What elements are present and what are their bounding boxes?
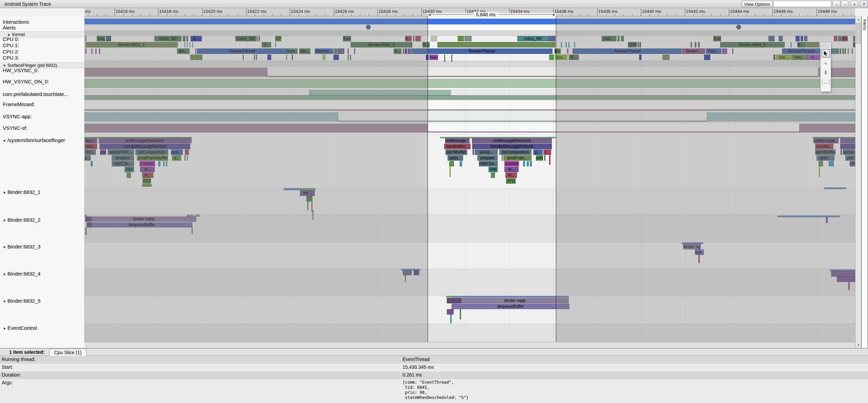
trace-slice-sliver[interactable] — [663, 55, 670, 60]
trace-slice-sliver[interactable] — [639, 55, 642, 60]
trace-slice-sliver[interactable] — [848, 282, 850, 290]
trace-slice-sliver[interactable] — [259, 36, 260, 41]
trace-slice[interactable]: onMessage... — [445, 138, 470, 143]
trace-slice-sliver[interactable] — [451, 55, 452, 62]
trace-track-area[interactable]: Evemdss_fb0B...mdss_fb0GPEveB...mdss_fb0… — [85, 16, 855, 342]
trace-slice[interactable]: HWCSe... — [479, 161, 498, 166]
trace-slice-sliver[interactable] — [183, 36, 186, 41]
trace-slice[interactable]: que... — [695, 249, 704, 255]
trace-slice-sliver[interactable] — [502, 155, 503, 161]
trace-slice[interactable]: binder reply — [461, 298, 569, 303]
track-label-hw-vsync-on-0-[interactable]: HW_VSYNC_ON_0: — [0, 78, 85, 86]
trace-slice-sliver[interactable] — [446, 296, 454, 298]
trace-slice-sliver[interactable] — [403, 48, 404, 54]
trace-slice-sliver[interactable] — [431, 36, 437, 41]
trace-slice[interactable]: HW — [850, 161, 855, 166]
scroll-down-icon[interactable]: ▼ — [855, 342, 861, 348]
trace-slice[interactable]: p... — [85, 155, 91, 161]
trace-slice[interactable]: prepare — [112, 155, 134, 161]
trace-slice[interactable]: onMessage... — [813, 138, 839, 143]
trace-slice[interactable]: H... — [142, 173, 153, 178]
track-label-framemissed-[interactable]: FrameMissed: — [0, 101, 85, 108]
alert-dot[interactable] — [736, 25, 741, 29]
trace-slice-sliver[interactable] — [698, 255, 700, 263]
trace-slice-sliver[interactable] — [87, 222, 91, 227]
track-label-eventcontrol[interactable]: ▼EventControl — [0, 325, 85, 332]
alerts-side-rail[interactable]: Alerts — [861, 16, 868, 348]
trace-slice-sliver[interactable] — [99, 48, 100, 54]
trace-slice-sliver[interactable] — [732, 48, 733, 54]
trace-slice-sliver[interactable] — [142, 184, 152, 187]
trace-slice-sliver[interactable] — [185, 155, 186, 161]
trace-slice-sliver[interactable] — [334, 48, 337, 54]
expand-arrow-icon[interactable]: ▼ — [3, 217, 7, 224]
trace-slice-sliver[interactable] — [561, 42, 562, 47]
trace-slice[interactable]: pos... — [171, 149, 183, 155]
trace-slice-sliver[interactable] — [309, 90, 451, 95]
vertical-scrollbar-thumb[interactable] — [856, 23, 861, 43]
trace-slice-sliver[interactable] — [267, 76, 855, 77]
trace-slice-sliver[interactable] — [621, 36, 624, 41]
trace-slice-sliver[interactable] — [85, 113, 338, 121]
trace-slice[interactable]: mdss_fb0 — [235, 36, 257, 41]
trace-slice[interactable]: p... — [533, 149, 543, 155]
trace-slice[interactable]: SDM — [628, 42, 637, 47]
trace-slice[interactable]: handleMessageRefresh — [472, 144, 552, 149]
trace-slice[interactable]: B... — [422, 42, 430, 47]
trace-slice-sliver[interactable] — [444, 55, 445, 62]
trace-slice[interactable]: binder reply — [683, 244, 701, 249]
trace-slice-sliver[interactable] — [826, 217, 828, 223]
track-label-hw-vsync-0-[interactable]: HW_VSYNC_0: — [0, 67, 85, 75]
trace-slice-sliver[interactable] — [333, 55, 339, 60]
trace-slice-sliver[interactable] — [566, 42, 567, 47]
trace-slice-sliver[interactable] — [549, 55, 554, 60]
trace-slice-sliver[interactable] — [106, 36, 111, 41]
trace-slice-sliver[interactable] — [413, 36, 414, 41]
trace-slice-sliver[interactable] — [698, 42, 700, 47]
trace-slice[interactable]: Binder:9564_3 — [351, 42, 412, 47]
track-label-binder-6832-2[interactable]: ▼Binder:6832_2 — [0, 217, 85, 224]
trace-slice-sliver[interactable] — [840, 144, 855, 149]
trace-slice[interactable]: HW — [125, 167, 134, 172]
trace-slice-sliver[interactable] — [185, 42, 185, 47]
trace-slice[interactable]: mdss_fb0 — [154, 36, 181, 41]
trace-slice[interactable]: setUp... — [843, 149, 855, 155]
trace-slice[interactable]: h... — [807, 55, 821, 60]
trace-slice-sliver[interactable] — [192, 42, 193, 47]
trace-slice-sliver[interactable] — [91, 161, 93, 166]
trace-slice-sliver[interactable] — [85, 68, 267, 77]
trace-slice[interactable]: commit — [139, 161, 155, 166]
trace-slice-sliver[interactable] — [778, 216, 840, 217]
trace-slice-sliver[interactable] — [842, 48, 844, 54]
zoom-tool-button[interactable]: ⬇ — [821, 68, 830, 77]
help-button[interactable]: ? — [860, 1, 867, 7]
horizontal-scrollbar[interactable] — [85, 342, 855, 348]
trace-slice-sliver[interactable] — [192, 227, 193, 234]
trace-slice-sliver[interactable] — [527, 161, 529, 166]
trace-slice-sliver[interactable] — [450, 315, 452, 323]
interactions-bar[interactable] — [85, 19, 855, 24]
track-label-binder-6832-5[interactable]: ▼Binder:6832_5 — [0, 298, 85, 305]
tab-cpu-slice[interactable]: Cpu Slice (1) — [49, 349, 87, 356]
track-label--system-bin-surfaceflinger[interactable]: ▼/system/bin/surfaceflinger — [0, 137, 85, 144]
trace-slice-sliver[interactable] — [449, 161, 454, 166]
trace-slice-sliver[interactable] — [768, 36, 775, 41]
trace-slice-sliver[interactable] — [187, 36, 188, 41]
trace-slice-sliver[interactable] — [85, 95, 855, 100]
trace-slice-sliver[interactable] — [639, 42, 641, 47]
trace-slice-sliver[interactable] — [85, 48, 86, 54]
trace-slice[interactable]: postFramebuffer — [138, 155, 168, 161]
trace-slice[interactable]: Eve — [713, 36, 721, 41]
trace-slice-sliver[interactable] — [464, 36, 472, 41]
trace-slice-sliver[interactable] — [774, 55, 775, 60]
trace-slice-sliver[interactable] — [845, 48, 846, 54]
trace-slice-sliver[interactable] — [460, 161, 462, 166]
trace-slice[interactable]: Eve — [343, 36, 351, 41]
trace-slice-sliver[interactable] — [414, 270, 419, 275]
trace-slice-sliver[interactable] — [85, 227, 87, 235]
trace-slice[interactable]: H... — [505, 173, 517, 178]
trace-slice[interactable]: Binder:6832_2 — [85, 42, 178, 47]
track-label-vsync-app-[interactable]: VSYNC-app: — [0, 113, 85, 121]
trace-slice[interactable]: r... — [543, 149, 551, 155]
trace-slice[interactable]: handleMessageRefresh — [100, 144, 190, 149]
